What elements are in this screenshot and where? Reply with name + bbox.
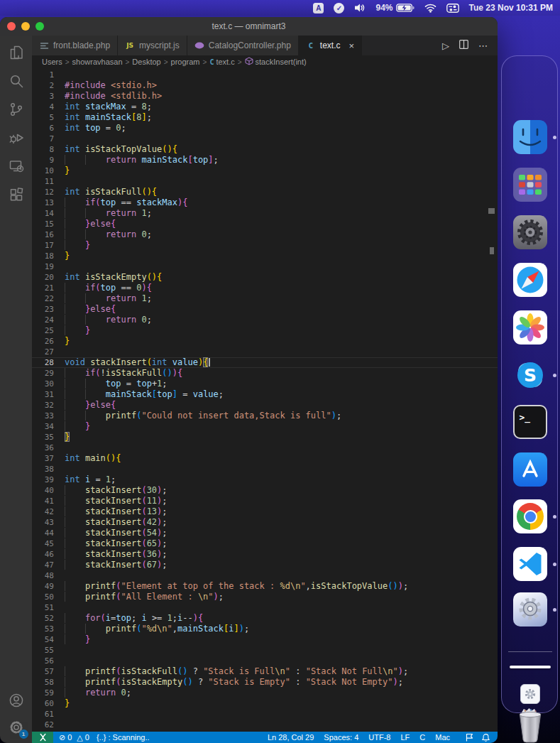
code-line-4[interactable]: 4int stackMax = 8; — [32, 102, 498, 112]
dock-item-gear-utility-app[interactable] — [502, 592, 559, 627]
code-line-16[interactable]: 16 return 0; — [32, 229, 498, 240]
code-line-7[interactable]: 7 — [32, 134, 498, 144]
code-line-60[interactable]: 60} — [32, 698, 498, 709]
wifi-icon[interactable] — [424, 4, 437, 13]
remote-explorer-icon[interactable] — [8, 158, 25, 175]
status-ln-28-col-29[interactable]: Ln 28, Col 29 — [263, 733, 319, 742]
menu-bar-clock[interactable]: Tue 23 Nov 10:31 PM — [469, 3, 554, 13]
code-line-54[interactable]: 54 } — [32, 634, 498, 645]
code-line-26[interactable]: 26} — [32, 336, 498, 347]
feedback-icon[interactable] — [461, 733, 478, 742]
check-circle-icon[interactable]: ✓ — [334, 3, 344, 13]
dock-item-installer-doc[interactable] — [502, 684, 559, 704]
dock-item-trash[interactable] — [502, 704, 559, 743]
window-titlebar[interactable]: text.c — omnimart3 — [0, 17, 498, 36]
code-line-29[interactable]: 29 if(!isStackFull()){ — [32, 368, 498, 379]
code-line-13[interactable]: 13 if(top == stackMax){ — [32, 197, 498, 208]
code-line-19[interactable]: 19 — [32, 261, 498, 272]
more-actions-button[interactable]: ⋯ — [478, 40, 488, 51]
minimize-window-button[interactable] — [21, 22, 30, 31]
dock-item-safari[interactable] — [502, 263, 559, 297]
run-code-button[interactable]: ▷ — [442, 40, 449, 51]
code-line-14[interactable]: 14 return 1; — [32, 208, 498, 219]
split-editor-button[interactable] — [459, 40, 468, 51]
code-line-39[interactable]: 39int i = 1; — [32, 474, 498, 485]
code-line-2[interactable]: 2#include <stdio.h> — [32, 80, 498, 91]
dock-item-terminal[interactable]: >_ — [502, 405, 559, 439]
battery-status[interactable]: 94% — [375, 3, 414, 13]
code-line-32[interactable]: 32 }else{ — [32, 400, 498, 411]
close-tab-icon[interactable]: × — [349, 41, 355, 50]
code-line-57[interactable]: 57 printf(isStackFull() ? "Stack is Full… — [32, 666, 498, 677]
extensions-icon[interactable] — [8, 186, 25, 203]
code-line-50[interactable]: 50 printf("All Element : \n"); — [32, 592, 498, 602]
code-line-24[interactable]: 24 return 0; — [32, 315, 498, 325]
accounts-icon[interactable] — [8, 692, 25, 709]
status-lf[interactable]: LF — [395, 733, 414, 742]
code-line-23[interactable]: 23 }else{ — [32, 304, 498, 315]
code-line-1[interactable]: 1 — [32, 70, 498, 80]
dock-item-finder[interactable] — [502, 120, 559, 154]
dock-minimized-window[interactable] — [510, 666, 551, 668]
code-line-56[interactable]: 56 — [32, 656, 498, 666]
breadcrumb-item-stackInsert(int)[interactable]: stackInsert(int) — [245, 57, 307, 67]
code-line-11[interactable]: 11 — [32, 176, 498, 187]
code-line-51[interactable]: 51 — [32, 602, 498, 613]
code-line-34[interactable]: 34 } — [32, 421, 498, 432]
search-icon[interactable] — [8, 72, 25, 90]
tab-CatalogController.php[interactable]: CatalogController.php — [187, 36, 299, 55]
notifications-bell-icon[interactable] — [478, 733, 498, 742]
settings-gear-icon[interactable]: 1 — [8, 719, 25, 736]
status-spaces-4[interactable]: Spaces: 4 — [319, 733, 363, 742]
code-line-46[interactable]: 46 stackInsert(36); — [32, 549, 498, 560]
code-line-10[interactable]: 10} — [32, 166, 498, 176]
code-line-48[interactable]: 48 — [32, 570, 498, 581]
code-line-38[interactable]: 38 — [32, 464, 498, 474]
status-c[interactable]: C — [414, 733, 430, 742]
dock-item-photos[interactable] — [502, 310, 559, 345]
breadcrumb-item-program[interactable]: program — [171, 58, 200, 66]
code-line-49[interactable]: 49 printf("Element at top of the stack :… — [32, 581, 498, 592]
code-line-35[interactable]: 35} — [32, 432, 498, 443]
code-line-15[interactable]: 15 }else{ — [32, 219, 498, 229]
code-line-20[interactable]: 20int isStackEmpty(){ — [32, 272, 498, 283]
tab-myscript.js[interactable]: JSmyscript.js — [118, 36, 187, 55]
code-line-62[interactable]: 62 — [32, 720, 498, 730]
code-line-8[interactable]: 8int isStackTopValue(){ — [32, 144, 498, 155]
code-line-37[interactable]: 37int main(){ — [32, 453, 498, 464]
volume-icon[interactable] — [354, 3, 366, 13]
zoom-window-button[interactable] — [35, 22, 44, 31]
code-line-47[interactable]: 47 stackInsert(67); — [32, 560, 498, 570]
breadcrumb-item-Users[interactable]: Users — [42, 58, 62, 66]
language-status[interactable]: {..} : Scanning.. — [97, 733, 150, 742]
remote-indicator[interactable] — [32, 732, 53, 743]
control-center-icon[interactable] — [446, 4, 459, 13]
breadcrumb-item-text.c[interactable]: Ctext.c — [209, 58, 234, 66]
code-line-31[interactable]: 31 mainStack[top] = value; — [32, 389, 498, 400]
code-line-55[interactable]: 55 — [32, 645, 498, 656]
code-line-52[interactable]: 52 for(i=top; i >= 1;i--){ — [32, 613, 498, 624]
dock-item-app-store[interactable] — [502, 452, 559, 487]
tab-front.blade.php[interactable]: front.blade.php — [32, 36, 118, 55]
code-line-6[interactable]: 6int top = 0; — [32, 123, 498, 134]
dock-item-chrome[interactable] — [502, 499, 559, 533]
code-line-41[interactable]: 41 stackInsert(11); — [32, 496, 498, 506]
code-line-30[interactable]: 30 top = top+1; — [32, 379, 498, 389]
code-line-18[interactable]: 18} — [32, 251, 498, 261]
status-mac[interactable]: Mac — [430, 733, 455, 742]
dock-item-skype[interactable]: S — [502, 358, 559, 392]
code-line-21[interactable]: 21 if(top == 0){ — [32, 283, 498, 293]
code-line-5[interactable]: 5int mainStack[8]; — [32, 112, 498, 123]
code-editor[interactable]: 12#include <stdio.h>3#include <stdlib.h>… — [32, 68, 498, 732]
code-line-42[interactable]: 42 stackInsert(13); — [32, 506, 498, 517]
code-line-40[interactable]: 40 stackInsert(30); — [32, 485, 498, 496]
code-line-3[interactable]: 3#include <stdlib.h> — [32, 91, 498, 102]
code-line-44[interactable]: 44 stackInsert(54); — [32, 528, 498, 538]
source-control-icon[interactable] — [8, 101, 25, 118]
breadcrumb-item-showravhasan[interactable]: showravhasan — [72, 58, 123, 66]
code-line-28[interactable]: 28void stackInsert(int value){ — [32, 357, 498, 368]
code-line-9[interactable]: 9 return mainStack[top]; — [32, 155, 498, 166]
status-utf-8[interactable]: UTF-8 — [363, 733, 395, 742]
code-line-58[interactable]: 58 printf(isStackEmpty() ? "Stack is Emp… — [32, 677, 498, 688]
code-line-22[interactable]: 22 return 1; — [32, 293, 498, 304]
